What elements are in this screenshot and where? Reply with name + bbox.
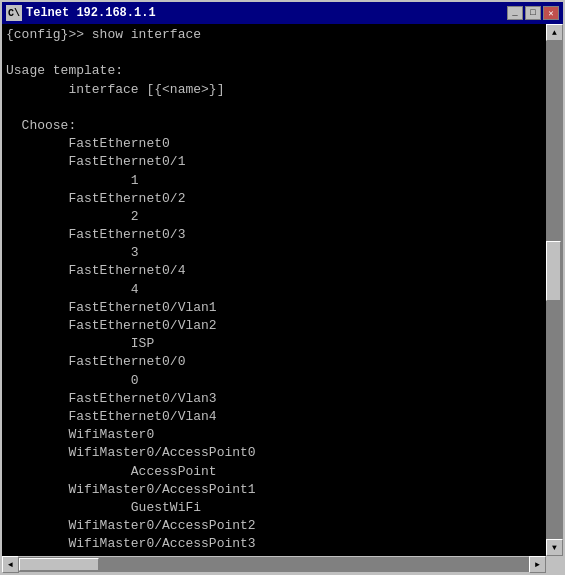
h-scrollbar-thumb[interactable] bbox=[19, 558, 99, 571]
scroll-up-button[interactable]: ▲ bbox=[546, 24, 563, 41]
scroll-down-button[interactable]: ▼ bbox=[546, 539, 563, 556]
close-button[interactable]: ✕ bbox=[543, 6, 559, 20]
bottom-bar: ◄ ► bbox=[2, 556, 563, 573]
title-buttons: _ □ ✕ bbox=[507, 6, 559, 20]
window-title: Telnet 192.168.1.1 bbox=[26, 6, 156, 20]
title-bar-left: C\ Telnet 192.168.1.1 bbox=[6, 5, 156, 21]
terminal-container: {config}>> show interface Usage template… bbox=[2, 24, 563, 556]
title-bar: C\ Telnet 192.168.1.1 _ □ ✕ bbox=[2, 2, 563, 24]
h-scrollbar-track[interactable] bbox=[19, 557, 529, 572]
terminal-icon: C\ bbox=[6, 5, 22, 21]
minimize-button[interactable]: _ bbox=[507, 6, 523, 20]
horizontal-scrollbar[interactable]: ◄ ► bbox=[2, 556, 546, 573]
scrollbar-corner bbox=[546, 556, 563, 573]
scrollbar-track[interactable] bbox=[546, 41, 563, 539]
maximize-button[interactable]: □ bbox=[525, 6, 541, 20]
scroll-left-button[interactable]: ◄ bbox=[2, 556, 19, 573]
vertical-scrollbar[interactable]: ▲ ▼ bbox=[546, 24, 563, 556]
scrollbar-thumb[interactable] bbox=[546, 241, 561, 301]
telnet-window: C\ Telnet 192.168.1.1 _ □ ✕ {config}>> s… bbox=[0, 0, 565, 575]
scroll-right-button[interactable]: ► bbox=[529, 556, 546, 573]
terminal-output[interactable]: {config}>> show interface Usage template… bbox=[2, 24, 546, 556]
